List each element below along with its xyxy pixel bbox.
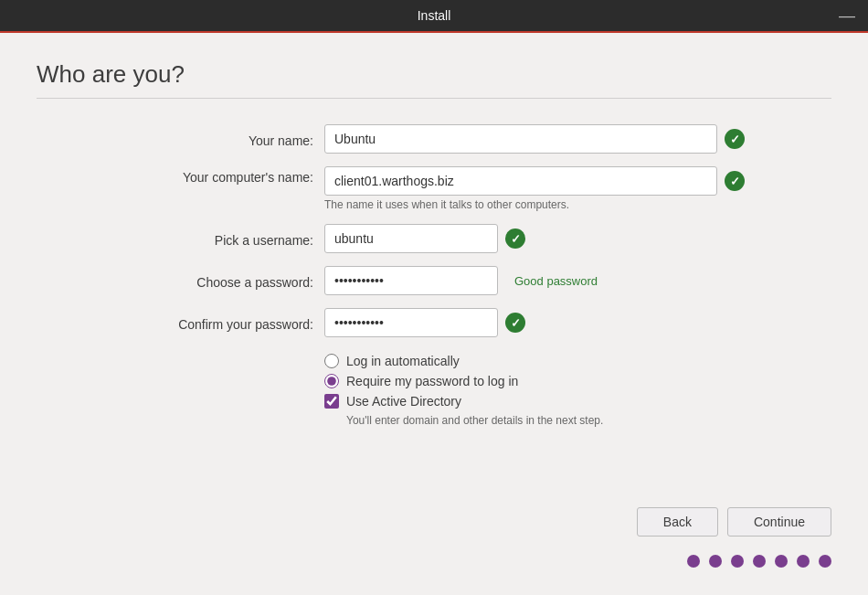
progress-dot-1 <box>687 555 700 568</box>
progress-dot-7 <box>819 555 831 568</box>
computer-name-check-icon <box>725 171 745 191</box>
your-name-input-wrap <box>324 124 745 154</box>
computer-name-row: Your computer's name: The name it uses w… <box>123 166 745 211</box>
login-auto-row: Log in automatically <box>324 354 745 368</box>
titlebar-title: Install <box>418 8 451 23</box>
password-row: Choose a password: Good password <box>123 266 745 295</box>
confirm-password-row: Confirm your password: <box>123 308 745 337</box>
username-input[interactable] <box>324 224 498 253</box>
require-password-row: Require my password to log in <box>324 374 745 388</box>
main-content: Who are you? Your name: Your computer's … <box>0 33 868 595</box>
password-input-wrap: Good password <box>324 266 745 295</box>
progress-dot-4 <box>753 555 766 568</box>
confirm-password-input[interactable] <box>324 308 498 337</box>
login-auto-label[interactable]: Log in automatically <box>346 354 460 368</box>
your-name-check-icon <box>725 129 745 149</box>
progress-dot-2 <box>709 555 722 568</box>
computer-name-hint: The name it uses when it talks to other … <box>324 198 745 211</box>
minimize-button[interactable]: — <box>839 7 855 24</box>
your-name-row: Your name: <box>123 124 745 154</box>
active-directory-row: Use Active Directory <box>324 394 745 409</box>
login-auto-radio[interactable] <box>324 354 339 368</box>
titlebar: Install — <box>0 0 868 33</box>
your-name-input[interactable] <box>324 124 717 154</box>
your-name-label: Your name: <box>123 130 324 148</box>
button-row: Back Continue <box>637 507 831 537</box>
progress-dot-5 <box>775 555 788 568</box>
username-input-wrap <box>324 224 745 253</box>
confirm-password-check-icon <box>505 313 525 333</box>
bottom-area: Back Continue <box>37 507 831 577</box>
require-password-label[interactable]: Require my password to log in <box>346 374 518 388</box>
username-check-icon <box>505 228 525 249</box>
active-directory-label[interactable]: Use Active Directory <box>346 394 461 409</box>
progress-dot-3 <box>731 555 744 568</box>
require-password-radio[interactable] <box>324 374 339 388</box>
username-label: Pick a username: <box>123 229 324 248</box>
page-title: Who are you? <box>37 60 831 99</box>
password-input[interactable] <box>324 266 498 295</box>
form-area: Your name: Your computer's name: The nam… <box>37 124 831 507</box>
progress-dots <box>687 555 831 577</box>
options-area: Log in automatically Require my password… <box>123 354 745 427</box>
computer-name-input-wrap: The name it uses when it talks to other … <box>324 166 745 211</box>
username-row: Pick a username: <box>123 224 745 253</box>
confirm-password-label: Confirm your password: <box>123 313 324 332</box>
computer-name-input[interactable] <box>324 166 717 196</box>
active-directory-hint: You'll enter domain and other details in… <box>346 414 745 427</box>
continue-button[interactable]: Continue <box>727 507 831 537</box>
confirm-password-input-wrap <box>324 308 745 337</box>
password-strength-label: Good password <box>514 274 598 288</box>
active-directory-checkbox[interactable] <box>324 394 339 409</box>
back-button[interactable]: Back <box>637 507 718 537</box>
password-label: Choose a password: <box>123 271 324 290</box>
computer-name-label: Your computer's name: <box>123 166 324 185</box>
progress-dot-6 <box>797 555 810 568</box>
